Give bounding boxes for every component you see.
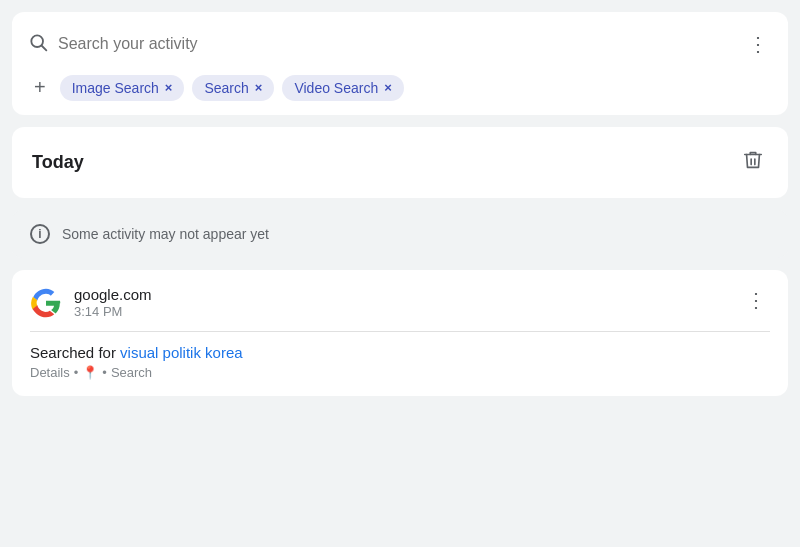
filter-chip-label: Search (204, 80, 248, 96)
delete-today-button[interactable] (738, 145, 768, 180)
filter-row: + Image Search × Search × Video Search × (28, 72, 772, 103)
trash-icon (742, 149, 764, 171)
searched-query-link[interactable]: visual politik korea (120, 344, 243, 361)
remove-search-button[interactable]: × (255, 81, 263, 94)
search-input[interactable] (58, 35, 734, 53)
activity-card: google.com 3:14 PM Searched for visual p… (12, 270, 788, 396)
filter-chip-video-search: Video Search × (282, 75, 403, 101)
meta-dot-1: • (74, 365, 79, 380)
divider (30, 331, 770, 332)
remove-video-search-button[interactable]: × (384, 81, 392, 94)
info-banner: i Some activity may not appear yet (12, 210, 788, 258)
section-header: Today (12, 127, 788, 198)
activity-more-options-button[interactable] (742, 286, 770, 314)
activity-more-icon (746, 289, 766, 311)
filter-chip-image-search: Image Search × (60, 75, 185, 101)
activity-meta: Details • 📍 • Search (30, 365, 770, 380)
info-banner-text: Some activity may not appear yet (62, 226, 269, 242)
site-time: 3:14 PM (74, 304, 152, 319)
more-options-button[interactable]: ⋮ (744, 28, 772, 60)
filter-chip-search: Search × (192, 75, 274, 101)
meta-category: Search (111, 365, 152, 380)
site-name-group: google.com 3:14 PM (74, 286, 152, 319)
site-name: google.com (74, 286, 152, 303)
filter-chip-label: Image Search (72, 80, 159, 96)
activity-searched-label: Searched for visual politik korea (30, 344, 770, 361)
info-icon: i (30, 224, 50, 244)
add-icon: + (34, 76, 46, 99)
more-icon: ⋮ (748, 32, 768, 56)
search-bar-card: ⋮ + Image Search × Search × Video Search… (12, 12, 788, 115)
section-title: Today (32, 152, 84, 173)
activity-header: google.com 3:14 PM (30, 286, 770, 319)
details-link[interactable]: Details (30, 365, 70, 380)
filter-chip-label: Video Search (294, 80, 378, 96)
activity-detail: Searched for visual politik korea Detail… (30, 344, 770, 380)
add-filter-button[interactable]: + (28, 72, 52, 103)
searched-prefix: Searched for (30, 344, 120, 361)
svg-line-1 (42, 45, 47, 50)
activity-site-info: google.com 3:14 PM (30, 286, 152, 319)
search-row: ⋮ (28, 24, 772, 64)
remove-image-search-button[interactable]: × (165, 81, 173, 94)
location-icon: 📍 (82, 365, 98, 380)
google-logo-icon (30, 287, 62, 319)
meta-dot-2: • (102, 365, 107, 380)
search-icon (28, 32, 48, 57)
